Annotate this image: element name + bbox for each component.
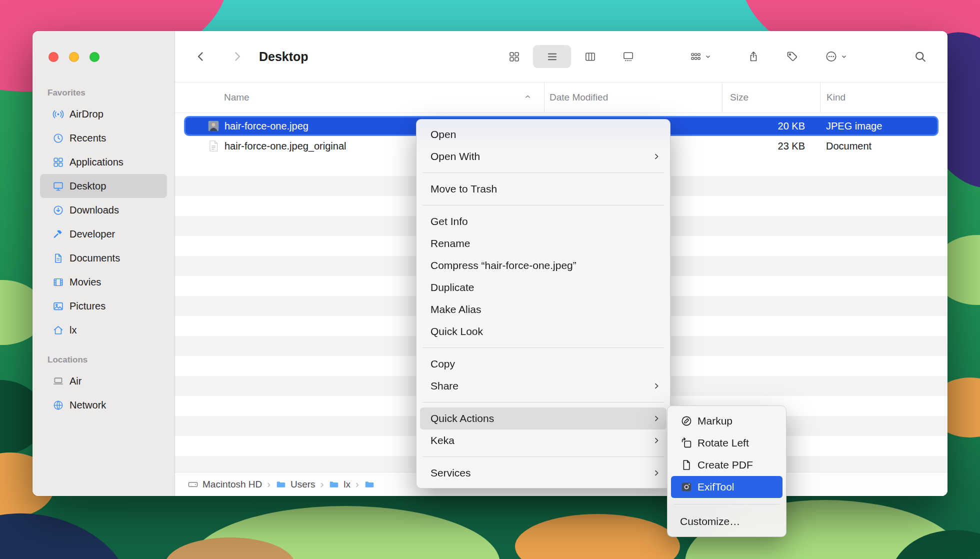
path-separator: › (320, 478, 324, 490)
sidebar-item-label: Recents (70, 132, 106, 144)
column-header-date-modified[interactable]: Date Modified (544, 82, 722, 112)
chevron-down-icon (840, 53, 848, 60)
forward-button[interactable] (231, 50, 243, 62)
menu-item-make-alias[interactable]: Make Alias (420, 298, 666, 320)
path-item-lx[interactable]: lx (328, 479, 350, 490)
menu-item-label: Open (430, 128, 456, 140)
column-label: Name (224, 92, 250, 103)
document-file-icon (207, 140, 220, 152)
menu-item-move-to-trash[interactable]: Move to Trash (420, 178, 666, 200)
menu-item-compress[interactable]: Compress “hair-force-one.jpeg” (420, 254, 666, 276)
sidebar-item-air[interactable]: Air (40, 369, 167, 393)
menu-item-keka[interactable]: Keka (420, 430, 666, 452)
sidebar-item-label: Developer (70, 228, 115, 240)
menu-item-copy[interactable]: Copy (420, 353, 666, 375)
submenu-item-rotate-left[interactable]: Rotate Left (671, 432, 782, 454)
menu-item-open[interactable]: Open (420, 124, 666, 146)
submenu-item-customize[interactable]: Customize… (671, 510, 782, 532)
folder-icon (364, 479, 375, 490)
menu-separator (422, 456, 664, 457)
path-label: Macintosh HD (202, 479, 262, 490)
sidebar-section-locations: Locations (48, 355, 174, 366)
sidebar-item-downloads[interactable]: Downloads (40, 198, 167, 222)
column-label: Kind (826, 92, 846, 103)
minimize-button[interactable] (69, 52, 79, 62)
menu-item-share[interactable]: Share (420, 375, 666, 397)
menu-item-label: Quick Actions (430, 412, 494, 424)
menu-item-services[interactable]: Services (420, 462, 666, 484)
menu-item-quick-actions[interactable]: Quick Actions (420, 408, 666, 430)
sidebar-item-applications[interactable]: Applications (40, 150, 167, 174)
file-size: 23 KB (722, 136, 820, 156)
rotate-left-icon (680, 436, 693, 450)
menu-item-label: Rename (430, 238, 470, 250)
desktop-icon (52, 180, 64, 192)
group-icon (690, 51, 702, 62)
sidebar-item-airdrop[interactable]: AirDrop (40, 102, 167, 126)
menu-item-label: Compress “hair-force-one.jpeg” (430, 260, 576, 272)
airdrop-icon (52, 108, 64, 120)
menu-item-rename[interactable]: Rename (420, 232, 666, 254)
menu-separator (422, 205, 664, 206)
path-separator: › (356, 478, 359, 490)
submenu-chevron-icon (652, 436, 660, 444)
close-button[interactable] (48, 52, 58, 62)
menu-item-label: ExifTool (698, 481, 734, 493)
menu-item-quick-look[interactable]: Quick Look (420, 320, 666, 342)
submenu-chevron-icon (652, 382, 660, 390)
sidebar-item-label: AirDrop (70, 108, 104, 120)
folder-icon (276, 479, 286, 490)
sidebar-item-developer[interactable]: Developer (40, 222, 167, 246)
sort-ascending-icon (524, 92, 532, 103)
menu-item-label: Rotate Left (698, 437, 749, 449)
tags-button[interactable] (786, 50, 798, 62)
submenu-item-exiftool[interactable]: ExifTool (671, 476, 782, 498)
more-actions-button[interactable] (825, 50, 848, 63)
menu-item-duplicate[interactable]: Duplicate (420, 276, 666, 298)
sidebar-item-recents[interactable]: Recents (40, 126, 167, 150)
sidebar-item-movies[interactable]: Movies (40, 270, 167, 294)
view-gallery-button[interactable] (609, 45, 647, 68)
submenu-chevron-icon (652, 414, 660, 422)
menu-item-label: Make Alias (430, 304, 482, 316)
zoom-button[interactable] (90, 52, 100, 62)
view-icons-button[interactable] (495, 45, 533, 68)
sidebar-item-pictures[interactable]: Pictures (40, 294, 167, 318)
path-label: lx (344, 479, 350, 490)
sidebar: Favorites AirDrop Recents Applications D… (32, 31, 175, 496)
view-columns-button[interactable] (571, 45, 609, 68)
ellipsis-circle-icon (825, 50, 838, 63)
sidebar-item-desktop[interactable]: Desktop (40, 174, 167, 198)
sidebar-item-label: Downloads (70, 204, 119, 216)
column-header-size[interactable]: Size (722, 82, 820, 112)
context-menu: Open Open With Move to Trash Get Info Re… (416, 119, 670, 488)
path-item-truncated[interactable] (364, 479, 379, 490)
menu-item-get-info[interactable]: Get Info (420, 210, 666, 232)
share-button[interactable] (748, 50, 760, 62)
submenu-item-create-pdf[interactable]: Create PDF (671, 454, 782, 476)
file-kind: JPEG image (820, 116, 948, 136)
submenu-item-markup[interactable]: Markup (671, 410, 782, 432)
sidebar-item-documents[interactable]: Documents (40, 246, 167, 270)
sidebar-item-lx[interactable]: lx (40, 318, 167, 342)
menu-item-open-with[interactable]: Open With (420, 146, 666, 168)
file-size: 20 KB (722, 116, 820, 136)
group-button[interactable] (690, 51, 712, 62)
column-header-kind[interactable]: Kind (820, 82, 948, 112)
documents-icon (52, 252, 64, 264)
window-title: Desktop (259, 50, 308, 64)
list-column-headers: Name Date Modified Size Kind (175, 82, 948, 113)
back-button[interactable] (195, 50, 207, 62)
file-name: hair-force-one.jpeg (224, 120, 308, 132)
path-item-macintosh-hd[interactable]: Macintosh HD (188, 479, 262, 490)
search-button[interactable] (914, 50, 926, 63)
sidebar-item-network[interactable]: Network (40, 393, 167, 417)
path-item-users[interactable]: Users (276, 479, 316, 490)
view-switcher (495, 45, 647, 68)
view-list-button[interactable] (533, 45, 571, 68)
downloads-icon (52, 204, 64, 216)
menu-item-label: Move to Trash (430, 183, 497, 195)
column-header-name[interactable]: Name (175, 82, 544, 112)
menu-item-label: Customize… (680, 516, 740, 528)
submenu-chevron-icon (652, 469, 660, 477)
